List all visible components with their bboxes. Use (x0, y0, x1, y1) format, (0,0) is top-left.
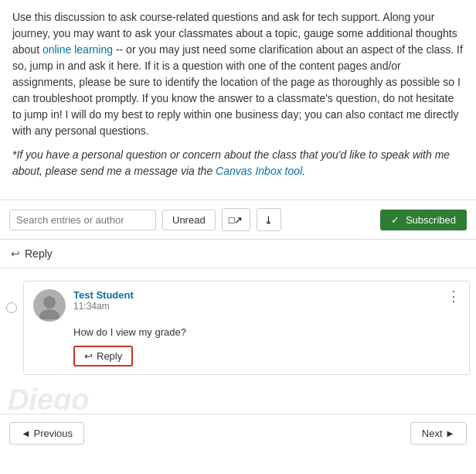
collapse-button[interactable]: ⤓ (257, 208, 281, 231)
reply-bar-icon: ↩ (11, 247, 20, 260)
reply-entry-icon: ↩ (84, 350, 93, 362)
watermark-area: Diego (0, 380, 476, 411)
reply-entry-button[interactable]: ↩ Reply (73, 346, 133, 367)
user-info: Test Student 11:34am (73, 289, 134, 312)
entry-body: How do I view my grade? (73, 326, 460, 338)
discussion-note: *If you have a personal question or conc… (12, 147, 464, 179)
subscribed-button[interactable]: Subscribed (380, 210, 467, 230)
expand-icon: □↗ (229, 214, 243, 226)
expand-button[interactable]: □↗ (222, 208, 250, 231)
table-row: Test Student 11:34am ⋮ How do I view my … (0, 276, 476, 380)
check-icon (391, 214, 402, 226)
unread-button[interactable]: Unread (162, 210, 216, 230)
toolbar: Unread □↗ ⤓ Subscribed (0, 200, 476, 240)
entry-header: Test Student 11:34am ⋮ (33, 289, 460, 322)
avatar (33, 289, 66, 322)
timestamp: 11:34am (73, 301, 134, 312)
watermark-text: Diego (8, 384, 90, 411)
reply-entry-label: Reply (97, 350, 122, 362)
subscribed-label: Subscribed (406, 214, 456, 226)
entry-menu-button[interactable]: ⋮ (447, 289, 461, 303)
collapse-icon: ⤓ (264, 214, 273, 226)
next-button[interactable]: Next ► (410, 422, 467, 445)
bottom-nav: ◄ Previous Next ► (0, 414, 476, 452)
reply-bar-label: Reply (25, 247, 53, 260)
svg-point-1 (39, 309, 60, 319)
entry-card: Test Student 11:34am ⋮ How do I view my … (23, 281, 470, 375)
reply-bar[interactable]: ↩ Reply (0, 240, 476, 268)
entries-area: Test Student 11:34am ⋮ How do I view my … (0, 268, 476, 411)
svg-point-0 (43, 296, 56, 309)
online-learning-link[interactable]: online learning (42, 43, 113, 56)
previous-button[interactable]: ◄ Previous (9, 422, 84, 445)
username[interactable]: Test Student (73, 289, 134, 301)
search-input[interactable] (9, 210, 156, 230)
entry-radio[interactable] (6, 302, 17, 313)
discussion-content: Use this discussion to ask course-relate… (0, 0, 476, 200)
canvas-inbox-link[interactable]: Canvas Inbox tool (216, 165, 302, 177)
discussion-paragraph-1: Use this discussion to ask course-relate… (12, 9, 464, 139)
